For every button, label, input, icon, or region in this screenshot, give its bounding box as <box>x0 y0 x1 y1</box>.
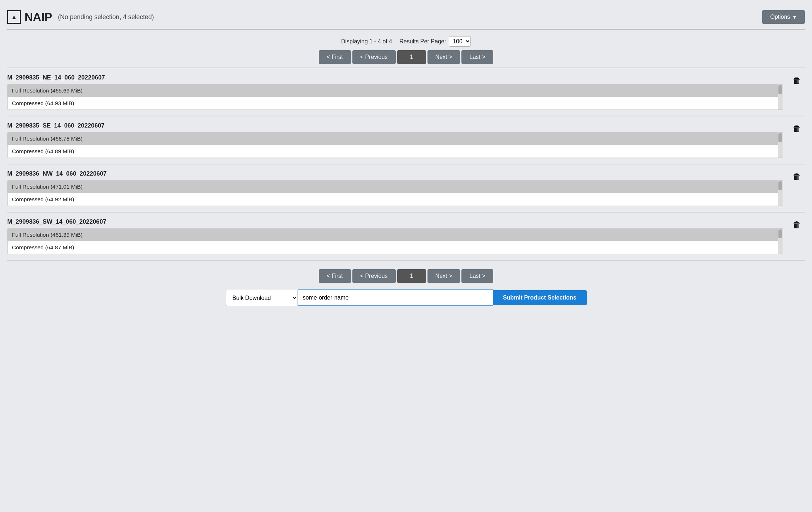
bottom-area: < First < Previous 1 Next > Last > Bulk … <box>7 261 805 310</box>
product-main-2: M_2909835_SE_14_060_20220607 Full Resolu… <box>7 122 787 158</box>
page-1-button-top[interactable]: 1 <box>397 50 426 64</box>
pagination-buttons-bottom: < First < Previous 1 Next > Last > <box>319 269 494 283</box>
list-item[interactable]: Full Resolution (468.78 MiB) <box>8 133 778 145</box>
scrollbar-4[interactable] <box>778 229 783 254</box>
scrollbar-2[interactable] <box>778 133 783 158</box>
scroll-thumb-1 <box>778 85 782 94</box>
product-list-wrapper-3: Full Resolution (471.01 MiB) Compressed … <box>7 180 783 206</box>
page-1-button-bottom[interactable]: 1 <box>397 269 426 283</box>
prev-button-bottom[interactable]: < Previous <box>352 269 396 283</box>
product-row-4: M_2909836_SW_14_060_20220607 Full Resolu… <box>7 212 805 261</box>
product-list-wrapper-2: Full Resolution (468.78 MiB) Compressed … <box>7 132 783 158</box>
header-subtitle: (No pending selection, 4 selected) <box>58 13 154 21</box>
list-item[interactable]: Full Resolution (461.39 MiB) <box>8 229 778 241</box>
product-list-inner-2: Full Resolution (468.78 MiB) Compressed … <box>7 132 783 158</box>
scroll-thumb-2 <box>778 133 782 142</box>
list-item[interactable]: Compressed (64.89 MiB) <box>8 145 778 158</box>
naip-icon: ▲ <box>7 10 21 24</box>
product-name-2: M_2909835_SE_14_060_20220607 <box>7 122 787 129</box>
list-item[interactable]: Compressed (64.87 MiB) <box>8 241 778 254</box>
list-item[interactable]: Compressed (64.93 MiB) <box>8 97 778 109</box>
submit-button[interactable]: Submit Product Selections <box>493 290 587 305</box>
product-row-2: M_2909835_SE_14_060_20220607 Full Resolu… <box>7 116 805 164</box>
last-button-bottom[interactable]: Last > <box>461 269 493 283</box>
prev-button-top[interactable]: < Previous <box>352 50 396 64</box>
product-list-inner-3: Full Resolution (471.01 MiB) Compressed … <box>7 180 783 206</box>
results-per-page: Results Per Page: 25 50 100 200 <box>399 36 471 47</box>
pagination-buttons-top: < First < Previous 1 Next > Last > <box>319 50 494 64</box>
bulk-download-select[interactable]: Bulk Download Individual Download <box>226 290 298 306</box>
product-row-3: M_2909836_NW_14_060_20220607 Full Resolu… <box>7 164 805 212</box>
product-list-wrapper-4: Full Resolution (461.39 MiB) Compressed … <box>7 228 783 254</box>
product-main-4: M_2909836_SW_14_060_20220607 Full Resolu… <box>7 218 787 254</box>
page-wrapper: ▲ NAIP (No pending selection, 4 selected… <box>0 0 812 512</box>
header-title: ▲ NAIP (No pending selection, 4 selected… <box>7 10 154 24</box>
list-item[interactable]: Full Resolution (465.69 MiB) <box>8 85 778 97</box>
list-item[interactable]: Compressed (64.92 MiB) <box>8 193 778 206</box>
list-item[interactable]: Full Resolution (471.01 MiB) <box>8 181 778 193</box>
delete-button-1[interactable]: 🗑 <box>787 74 805 86</box>
product-main-3: M_2909836_NW_14_060_20220607 Full Resolu… <box>7 170 787 206</box>
scrollbar-1[interactable] <box>778 85 783 109</box>
delete-button-3[interactable]: 🗑 <box>787 170 805 182</box>
product-name-1: M_2909835_NE_14_060_20220607 <box>7 74 787 81</box>
product-name-4: M_2909836_SW_14_060_20220607 <box>7 218 787 225</box>
product-row-1: M_2909835_NE_14_060_20220607 Full Resolu… <box>7 68 805 116</box>
trash-icon-4: 🗑 <box>793 220 801 230</box>
app-title: NAIP <box>25 10 52 24</box>
options-caret-icon: ▼ <box>792 14 797 20</box>
product-list-items-3: Full Resolution (471.01 MiB) Compressed … <box>8 181 778 206</box>
scroll-thumb-3 <box>778 181 782 190</box>
results-per-page-label: Results Per Page: <box>399 38 446 45</box>
product-list-items-2: Full Resolution (468.78 MiB) Compressed … <box>8 133 778 158</box>
trash-icon-2: 🗑 <box>793 124 801 134</box>
options-button[interactable]: Options ▼ <box>762 10 805 24</box>
product-main-1: M_2909835_NE_14_060_20220607 Full Resolu… <box>7 74 787 110</box>
product-list-items-1: Full Resolution (465.69 MiB) Compressed … <box>8 85 778 109</box>
last-button-top[interactable]: Last > <box>461 50 493 64</box>
delete-button-4[interactable]: 🗑 <box>787 218 805 230</box>
action-bar: Bulk Download Individual Download Submit… <box>226 289 587 306</box>
trash-icon-3: 🗑 <box>793 172 801 182</box>
scrollbar-3[interactable] <box>778 181 783 206</box>
results-info: Displaying 1 - 4 of 4 Results Per Page: … <box>341 36 471 47</box>
product-list-inner-1: Full Resolution (465.69 MiB) Compressed … <box>7 84 783 110</box>
trash-icon-1: 🗑 <box>793 76 801 86</box>
pagination-top: Displaying 1 - 4 of 4 Results Per Page: … <box>7 30 805 68</box>
product-list-inner-4: Full Resolution (461.39 MiB) Compressed … <box>7 228 783 254</box>
product-list-area: M_2909835_NE_14_060_20220607 Full Resolu… <box>7 68 805 261</box>
scroll-thumb-4 <box>778 229 782 238</box>
product-list-items-4: Full Resolution (461.39 MiB) Compressed … <box>8 229 778 254</box>
first-button-bottom[interactable]: < First <box>319 269 351 283</box>
product-list-wrapper-1: Full Resolution (465.69 MiB) Compressed … <box>7 84 783 110</box>
results-per-page-select[interactable]: 25 50 100 200 <box>449 36 471 47</box>
displaying-label: Displaying 1 - 4 of 4 <box>341 38 392 45</box>
next-button-bottom[interactable]: Next > <box>427 269 460 283</box>
header-bar: ▲ NAIP (No pending selection, 4 selected… <box>7 4 805 30</box>
product-name-3: M_2909836_NW_14_060_20220607 <box>7 170 787 177</box>
next-button-top[interactable]: Next > <box>427 50 460 64</box>
delete-button-2[interactable]: 🗑 <box>787 122 805 134</box>
order-name-input[interactable] <box>298 289 493 306</box>
first-button-top[interactable]: < First <box>319 50 351 64</box>
